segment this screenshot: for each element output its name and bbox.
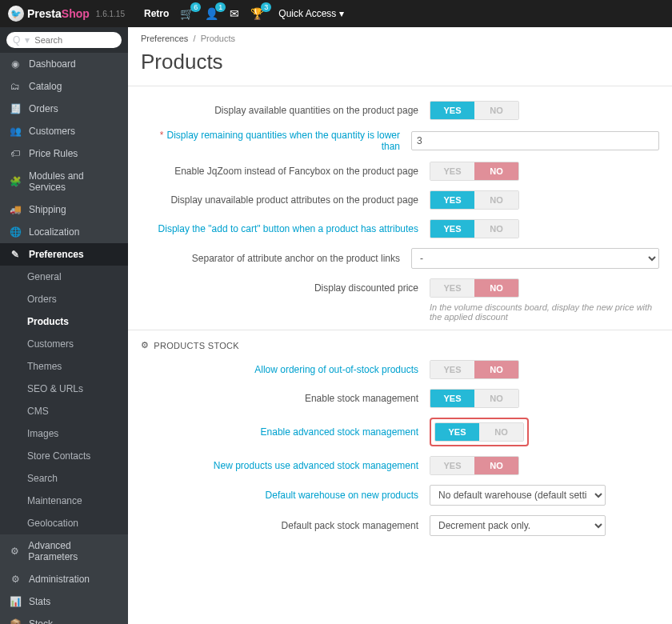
breadcrumb-current: Products — [201, 34, 235, 43]
search-input[interactable] — [34, 35, 115, 45]
sidebar-item-price-rules[interactable]: 🏷Price Rules — [0, 142, 128, 165]
puffin-icon: 🐦 — [8, 6, 24, 22]
sidebar-item-advanced[interactable]: ⚙Advanced Parameters — [0, 534, 128, 568]
mail-icon[interactable]: ✉ — [230, 7, 239, 20]
toggle-add-to-cart-attr[interactable]: YES NO — [430, 219, 519, 238]
sidebar-item-shipping[interactable]: 🚚Shipping — [0, 198, 128, 221]
search-dropdown-icon[interactable]: ▾ — [25, 34, 30, 46]
toggle-discount-no[interactable]: NO — [474, 279, 518, 297]
sidebar-item-dashboard[interactable]: ◉Dashboard — [0, 53, 128, 75]
toggle-jqzoom-yes[interactable]: YES — [430, 162, 474, 180]
toggle-oos-no[interactable]: NO — [474, 361, 518, 378]
sidebar-item-catalog[interactable]: 🗂Catalog — [0, 75, 128, 98]
subnav-search[interactable]: Search — [0, 467, 128, 490]
user-badge: 1 — [215, 2, 226, 12]
label-oos-order: Allow ordering of out-of-stock products — [141, 364, 418, 375]
toggle-oos-order[interactable]: YES NO — [430, 360, 519, 379]
trophy-icon[interactable]: 🏆3 — [250, 7, 264, 20]
modules-icon: 🧩 — [10, 176, 21, 187]
select-default-wh[interactable]: No default warehouse (default setting) — [430, 485, 606, 506]
toggle-adv-stock[interactable]: YES NO — [434, 422, 524, 442]
toggle-jqzoom-no[interactable]: NO — [474, 162, 518, 180]
stats-icon: 📊 — [10, 596, 21, 607]
toggle-display-qty-no[interactable]: NO — [474, 102, 518, 119]
administration-icon: ⚙ — [10, 574, 21, 585]
sidebar-item-modules[interactable]: 🧩Modules and Services — [0, 165, 128, 198]
toggle-unavailable-attr[interactable]: YES NO — [430, 190, 519, 210]
content-area: Preferences / Products Products Display … — [128, 27, 672, 624]
label-display-qty: Display available quantities on the prod… — [141, 105, 418, 116]
orders-icon: 🧾 — [10, 103, 21, 114]
subnav-products[interactable]: Products — [0, 310, 128, 333]
price-rules-icon: 🏷 — [10, 148, 21, 159]
version-label: 1.6.1.15 — [96, 10, 125, 18]
toggle-stock-mgmt[interactable]: YES NO — [430, 389, 519, 408]
toggle-newprod-yes[interactable]: YES — [430, 457, 474, 474]
preferences-submenu: General Orders Products Customers Themes… — [0, 266, 128, 534]
toggle-new-prod-adv[interactable]: YES NO — [430, 456, 519, 475]
stock-icon: 📦 — [10, 618, 21, 624]
subnav-general[interactable]: General — [0, 266, 128, 288]
label-unavailable-attr: Display unavailable product attributes o… — [141, 194, 418, 206]
toggle-newprod-no[interactable]: NO — [474, 457, 518, 474]
label-default-wh: Default warehouse on new products — [141, 490, 418, 501]
catalog-icon: 🗂 — [10, 81, 21, 92]
subnav-seo[interactable]: SEO & URLs — [0, 378, 128, 400]
label-new-prod-adv: New products use advanced stock manageme… — [141, 460, 418, 471]
subnav-customers[interactable]: Customers — [0, 333, 128, 355]
cart-icon[interactable]: 🛒6 — [180, 7, 194, 20]
toggle-stockmgmt-yes[interactable]: YES — [430, 390, 474, 407]
sidebar-item-localization[interactable]: 🌐Localization — [0, 221, 128, 243]
shipping-icon: 🚚 — [10, 204, 21, 215]
input-remaining-low[interactable] — [411, 131, 659, 150]
select-separator[interactable]: - — [411, 248, 659, 269]
label-separator: Separator of attribute anchor on the pro… — [141, 253, 400, 264]
sidebar-item-administration[interactable]: ⚙Administration — [0, 568, 128, 590]
products-panel: Display available quantities on the prod… — [128, 86, 672, 330]
search-input-wrap[interactable]: Q ▾ — [6, 32, 122, 48]
subnav-cms[interactable]: CMS — [0, 400, 128, 422]
subnav-orders[interactable]: Orders — [0, 288, 128, 310]
toggle-addcart-no[interactable]: NO — [474, 220, 518, 238]
sidebar-item-stock[interactable]: 📦Stock — [0, 613, 128, 624]
sidebar-item-customers[interactable]: 👥Customers — [0, 120, 128, 142]
subnav-themes[interactable]: Themes — [0, 355, 128, 378]
page-title: Products — [128, 50, 672, 86]
trophy-badge: 3 — [261, 2, 271, 12]
sidebar: Q ▾ ◉Dashboard 🗂Catalog 🧾Orders 👥Custome… — [0, 27, 128, 624]
shop-name[interactable]: Retro — [144, 8, 169, 19]
select-pack-mgmt[interactable]: Decrement pack only. — [430, 515, 606, 536]
brand-logo[interactable]: 🐦 PrestaShop 1.6.1.15 — [8, 6, 125, 22]
toggle-advstock-yes[interactable]: YES — [435, 423, 479, 441]
subnav-maintenance[interactable]: Maintenance — [0, 490, 128, 512]
quick-access-menu[interactable]: Quick Access ▾ — [278, 8, 343, 19]
toggle-display-qty-yes[interactable]: YES — [430, 102, 474, 119]
sidebar-item-orders[interactable]: 🧾Orders — [0, 98, 128, 120]
subnav-images[interactable]: Images — [0, 422, 128, 445]
toggle-advstock-no[interactable]: NO — [479, 423, 523, 441]
toggle-addcart-yes[interactable]: YES — [430, 220, 474, 238]
toggle-discounted-price[interactable]: YES NO — [430, 278, 519, 298]
user-icon[interactable]: 👤1 — [205, 7, 218, 20]
toggle-display-qty[interactable]: YES NO — [430, 101, 519, 120]
subnav-store-contacts[interactable]: Store Contacts — [0, 445, 128, 467]
toggle-unavailable-attr-yes[interactable]: YES — [430, 191, 474, 209]
gear-icon: ⚙ — [141, 340, 149, 350]
label-pack-mgmt: Default pack stock management — [141, 520, 418, 531]
toggle-unavailable-attr-no[interactable]: NO — [474, 191, 518, 209]
toggle-oos-yes[interactable]: YES — [430, 361, 474, 378]
toggle-stockmgmt-no[interactable]: NO — [474, 390, 518, 407]
subnav-geolocation[interactable]: Geolocation — [0, 512, 128, 534]
toggle-jqzoom[interactable]: YES NO — [430, 162, 519, 181]
topbar: 🐦 PrestaShop 1.6.1.15 Retro 🛒6 👤1 ✉ 🏆3 Q… — [0, 0, 672, 27]
sidebar-item-stats[interactable]: 📊Stats — [0, 590, 128, 613]
products-stock-panel: ⚙ PRODUCTS STOCK Allow ordering of out-o… — [128, 330, 672, 549]
dashboard-icon: ◉ — [10, 58, 21, 70]
label-adv-stock: Enable advanced stock management — [141, 426, 418, 438]
sidebar-item-preferences[interactable]: ✎Preferences — [0, 243, 128, 266]
label-stock-mgmt: Enable stock management — [141, 393, 418, 404]
toggle-discount-yes[interactable]: YES — [430, 279, 474, 297]
breadcrumb-parent[interactable]: Preferences — [141, 34, 188, 43]
localization-icon: 🌐 — [10, 226, 21, 238]
label-remaining-low: *Display remaining quantities when the q… — [141, 130, 400, 152]
